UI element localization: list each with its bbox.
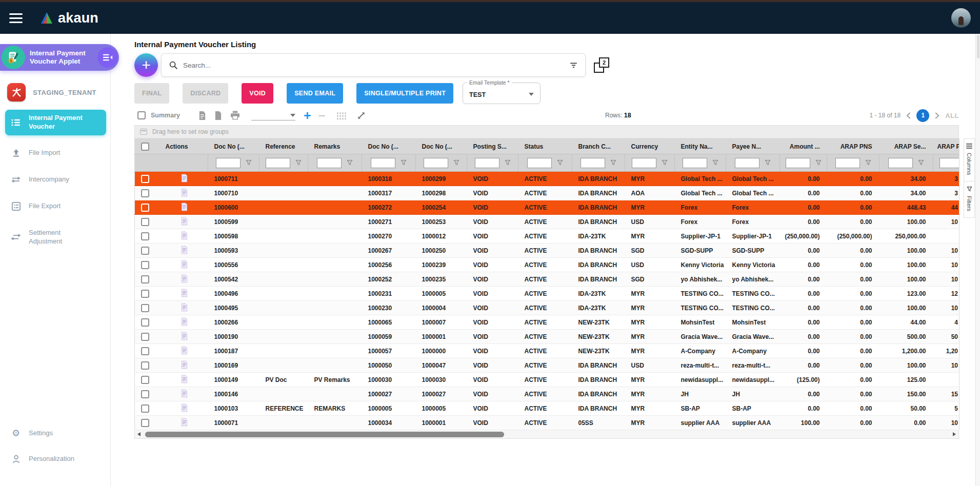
email-template-select[interactable]: Email Template *TEST <box>463 83 541 104</box>
row-checkbox[interactable] <box>141 218 149 226</box>
table-row[interactable]: 100071110003181000299VOIDACTIVEIDA BRANC… <box>135 172 959 186</box>
column-header-doc_no_3[interactable]: Doc No (... <box>416 139 467 154</box>
column-filter-icon[interactable] <box>918 158 924 168</box>
row-doc-icon[interactable] <box>181 174 188 183</box>
column-filter-icon[interactable] <box>505 158 511 168</box>
row-doc-icon[interactable] <box>181 418 188 427</box>
column-header-payee_name[interactable]: Payee N... <box>726 139 780 154</box>
sidebar-item-file-import[interactable]: File Import <box>0 144 110 163</box>
document-icon[interactable] <box>214 111 222 120</box>
row-checkbox[interactable] <box>141 333 149 341</box>
column-filter-icon[interactable] <box>815 158 822 168</box>
row-doc-icon[interactable] <box>181 188 188 197</box>
row-doc-icon[interactable] <box>181 389 188 398</box>
column-filter-icon[interactable] <box>662 158 668 168</box>
filter-lines-icon[interactable] <box>569 62 578 69</box>
column-filter-icon[interactable] <box>453 158 459 168</box>
scroll-right-arrow[interactable] <box>950 430 958 438</box>
filter-input-currency[interactable] <box>632 158 656 168</box>
filter-input-arap_pns[interactable] <box>835 158 860 168</box>
column-header-branch_code[interactable]: Branch C... <box>572 139 625 154</box>
table-row[interactable]: 100059810002701000012VOIDACTIVEIDA-23TKM… <box>135 229 959 244</box>
sidebar-collapse-button[interactable] <box>97 47 118 68</box>
column-header-amount[interactable]: Amount ... <box>780 139 827 154</box>
column-filter-icon[interactable] <box>295 158 302 168</box>
tenant-selector[interactable]: STAGING_TENANT <box>0 83 110 102</box>
table-row[interactable]: 100055610002561000239VOIDACTIVEIDA BRANC… <box>135 258 959 272</box>
row-checkbox[interactable] <box>141 247 149 255</box>
current-page-button[interactable]: 1 <box>916 109 929 122</box>
table-row[interactable]: 100007110000341000001VOIDACTIVE05SSMYRsu… <box>135 416 959 430</box>
filter-input-remarks[interactable] <box>317 158 342 168</box>
table-row[interactable]: 100019010000591000001VOIDACTIVENEW-23TKM… <box>135 330 959 344</box>
row-checkbox[interactable] <box>141 390 149 398</box>
column-filter-icon[interactable] <box>765 158 771 168</box>
column-header-reference[interactable]: Reference <box>259 139 308 154</box>
filter-input-reference[interactable] <box>266 158 290 168</box>
row-doc-icon[interactable] <box>181 375 188 383</box>
column-header-remarks[interactable]: Remarks <box>308 139 362 154</box>
row-checkbox[interactable] <box>141 419 149 427</box>
row-checkbox[interactable] <box>141 290 149 298</box>
filter-input-posting_status[interactable] <box>475 158 499 168</box>
filter-input-doc_no[interactable] <box>216 158 241 168</box>
printer-icon[interactable] <box>230 111 240 120</box>
row-checkbox[interactable] <box>141 376 149 384</box>
table-row[interactable]: 100018710000571000000VOIDACTIVENEW-23TKM… <box>135 344 959 358</box>
expand-icon[interactable] <box>357 111 366 120</box>
row-doc-icon[interactable] <box>181 274 188 283</box>
row-checkbox[interactable] <box>141 261 149 269</box>
column-header-arap_settlement[interactable]: ARAP Se... <box>879 139 933 154</box>
show-all-button[interactable]: ALL <box>945 112 959 119</box>
next-page-icon[interactable] <box>935 112 939 119</box>
column-header-currency[interactable]: Currency <box>625 139 675 154</box>
column-filter-icon[interactable] <box>347 158 353 168</box>
void-button[interactable]: VOID <box>242 83 273 104</box>
row-checkbox[interactable] <box>141 189 149 197</box>
row-doc-icon[interactable] <box>181 246 188 254</box>
row-group-dropzone[interactable]: Drag here to set row groups <box>134 125 959 138</box>
summary-checkbox[interactable] <box>137 111 146 119</box>
column-filter-icon[interactable] <box>557 158 563 168</box>
table-row[interactable]: 100054210002521000235VOIDACTIVEIDA BRANC… <box>135 272 959 287</box>
row-checkbox[interactable] <box>141 232 149 240</box>
row-checkbox[interactable] <box>141 361 149 370</box>
column-header-arap_extra[interactable]: ARAP P... <box>933 139 959 154</box>
previous-page-icon[interactable] <box>906 112 911 119</box>
column-header-arap_pns[interactable]: ARAP PNS <box>827 139 879 154</box>
table-row[interactable]: 100014610000271000027VOIDACTIVEIDA BRANC… <box>135 387 959 401</box>
sidebar-item-internal-payment-voucher[interactable]: Internal Payment Voucher <box>5 110 106 135</box>
row-doc-icon[interactable] <box>181 332 188 340</box>
row-doc-icon[interactable] <box>181 289 188 297</box>
row-doc-icon[interactable] <box>181 303 188 312</box>
table-row[interactable]: 100059910002711000253VOIDACTIVEIDA BRANC… <box>135 215 959 229</box>
search-input[interactable] <box>183 62 569 69</box>
filter-input-entity_name[interactable] <box>683 158 707 168</box>
table-row[interactable]: 100016910000501000047VOIDACTIVEIDA BRANC… <box>135 358 959 373</box>
table-row[interactable]: 100049610002311000005VOIDACTIVEIDA-23TKM… <box>135 287 959 301</box>
filter-input-branch_code[interactable] <box>581 158 605 168</box>
column-header-actions[interactable]: Actions <box>159 139 208 154</box>
column-filter-icon[interactable] <box>865 158 871 168</box>
window-scrollbar[interactable] <box>975 34 980 486</box>
select-all-checkbox[interactable] <box>141 143 149 151</box>
table-row[interactable]: 1000103REFERENCEREMARKS10000051000005VOI… <box>135 401 959 416</box>
hamburger-menu-icon[interactable] <box>9 13 23 23</box>
filter-input-doc_no_3[interactable] <box>424 158 448 168</box>
single-multiple-print-button[interactable]: SINGLE/MULTIPLE PRINT <box>356 83 453 104</box>
filter-input-arap_extra[interactable] <box>939 158 959 168</box>
table-row[interactable]: 100060010002721000254VOIDACTIVEIDA BRANC… <box>135 200 959 215</box>
increase-rows-icon[interactable]: + <box>304 109 311 122</box>
row-doc-icon[interactable] <box>181 317 188 326</box>
column-filter-icon[interactable] <box>712 158 718 168</box>
row-checkbox[interactable] <box>141 347 149 355</box>
row-checkbox[interactable] <box>141 275 149 284</box>
add-voucher-button[interactable]: + <box>134 53 158 77</box>
table-row[interactable]: 1000149PV DocPV Remarks10000301000030VOI… <box>135 373 959 387</box>
sidebar-item-settlement-adjustment[interactable]: Settlement Adjustment <box>0 224 110 251</box>
filter-input-status[interactable] <box>527 158 552 168</box>
row-checkbox[interactable] <box>141 204 149 212</box>
document-lines-icon[interactable] <box>198 111 206 120</box>
column-header-status[interactable]: Status <box>518 139 572 154</box>
sidebar-item-intercompany[interactable]: Intercompany <box>0 171 110 189</box>
